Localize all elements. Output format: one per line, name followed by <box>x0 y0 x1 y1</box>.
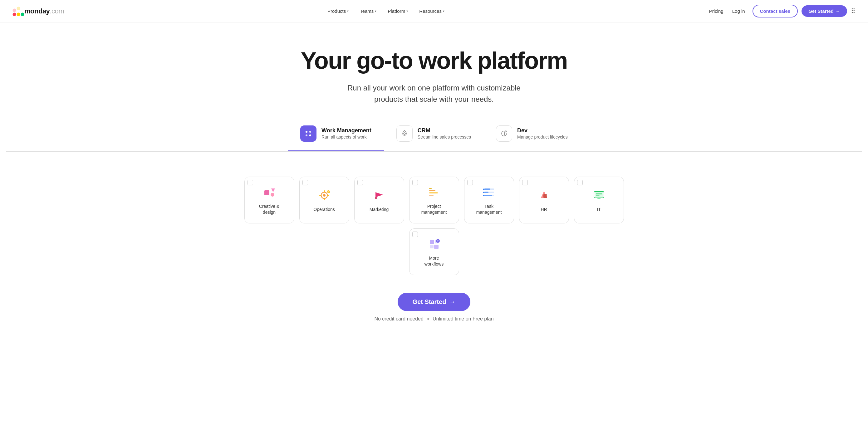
cta-section: Get Started → No credit card needed ✦ Un… <box>0 290 868 335</box>
cta-note: No credit card needed ✦ Unlimited time o… <box>6 316 862 322</box>
card-operations-checkbox[interactable] <box>303 180 308 185</box>
svg-point-0 <box>13 12 16 16</box>
nav-teams[interactable]: Teams ▾ <box>355 6 381 16</box>
nav-resources[interactable]: Resources ▾ <box>415 6 449 16</box>
nav-login[interactable]: Log in <box>728 6 749 16</box>
card-it-label: IT <box>597 207 600 212</box>
logo[interactable]: monday.com <box>12 5 64 17</box>
nav-pricing[interactable]: Pricing <box>708 6 725 16</box>
get-started-nav-button[interactable]: Get Started → <box>802 5 847 17</box>
card-it-wrap: IT <box>574 177 624 223</box>
tab-work-management[interactable]: Work Management Run all aspects of work <box>288 120 384 151</box>
cta-unlimited-time: Unlimited time on Free plan <box>433 316 494 322</box>
card-creative-checkbox[interactable] <box>248 180 253 185</box>
svg-rect-11 <box>306 134 307 136</box>
creative-design-icon <box>262 185 277 200</box>
tab-dev-icon-wrap <box>496 125 512 142</box>
svg-rect-33 <box>484 192 489 193</box>
card-operations-label: Operations <box>313 207 335 212</box>
hr-icon <box>536 188 552 203</box>
navbar: monday.com Products ▾ Teams ▾ Platform ▾… <box>0 0 868 23</box>
cta-no-credit-card: No credit card needed <box>374 316 423 322</box>
card-hr-checkbox[interactable] <box>522 180 528 185</box>
more-workflows-icon <box>427 237 442 251</box>
card-marketing-checkbox[interactable] <box>358 180 363 185</box>
svg-rect-46 <box>430 240 434 244</box>
it-icon <box>591 188 607 203</box>
svg-point-36 <box>483 189 484 190</box>
svg-rect-22 <box>328 195 329 196</box>
svg-rect-16 <box>271 193 274 196</box>
svg-rect-31 <box>484 188 490 190</box>
dev-icon <box>500 129 508 138</box>
svg-rect-35 <box>484 195 492 196</box>
tabs-list: Work Management Run all aspects of work … <box>288 120 580 151</box>
svg-rect-21 <box>319 195 321 196</box>
tab-crm-subtitle: Streamline sales processes <box>417 134 471 140</box>
svg-marker-15 <box>271 188 275 192</box>
svg-rect-19 <box>324 190 325 192</box>
svg-marker-24 <box>375 192 383 197</box>
arrow-right-icon: → <box>836 8 840 14</box>
svg-rect-29 <box>429 188 432 189</box>
svg-rect-20 <box>324 198 325 200</box>
tab-divider <box>6 151 862 152</box>
svg-rect-49 <box>434 245 438 249</box>
svg-rect-40 <box>544 194 547 198</box>
svg-point-1 <box>17 12 20 16</box>
hero-section: Your go-to work platform Run all your wo… <box>0 23 868 177</box>
logo-text: monday.com <box>24 7 64 15</box>
get-started-main-button[interactable]: Get Started → <box>398 293 471 311</box>
svg-point-18 <box>323 194 326 196</box>
card-creative-design-wrap: Creative &design <box>244 177 294 223</box>
tab-dev[interactable]: Dev Manage product lifecycles <box>484 120 580 151</box>
card-more-wrap: Moreworkflows <box>409 228 459 275</box>
project-management-icon <box>427 185 442 200</box>
work-management-icon <box>304 129 313 138</box>
svg-rect-9 <box>306 131 307 133</box>
card-more-workflows-label: Moreworkflows <box>425 255 443 267</box>
tab-work-management-title: Work Management <box>321 127 371 134</box>
svg-point-2 <box>21 12 24 16</box>
chevron-down-icon: ▾ <box>347 9 349 13</box>
nav-products[interactable]: Products ▾ <box>323 6 353 16</box>
card-creative-design-label: Creative &design <box>259 204 279 215</box>
card-project-checkbox[interactable] <box>412 180 418 185</box>
task-management-icon <box>482 185 497 200</box>
svg-rect-27 <box>429 192 438 193</box>
contact-sales-button[interactable]: Contact sales <box>752 5 798 18</box>
svg-rect-48 <box>430 245 434 248</box>
svg-point-3 <box>13 8 16 12</box>
nav-links: Products ▾ Teams ▾ Platform ▾ Resources … <box>323 6 449 16</box>
grid-icon[interactable]: ⠿ <box>851 7 856 15</box>
card-operations-wrap: Operations <box>299 177 349 223</box>
card-project-wrap: Projectmanagement <box>409 177 459 223</box>
hero-title: Your go-to work platform <box>6 48 862 74</box>
chevron-down-icon: ▾ <box>443 9 444 13</box>
card-hr-label: HR <box>540 207 547 212</box>
nav-platform[interactable]: Platform ▾ <box>383 6 412 16</box>
svg-rect-14 <box>265 190 269 195</box>
card-task-checkbox[interactable] <box>467 180 473 185</box>
card-project-label: Projectmanagement <box>421 204 447 215</box>
svg-rect-28 <box>429 195 434 196</box>
tab-crm[interactable]: CRM Streamline sales processes <box>384 120 484 151</box>
product-tabs: Work Management Run all aspects of work … <box>6 120 862 151</box>
card-marketing-label: Marketing <box>370 207 389 212</box>
tab-dev-title: Dev <box>517 127 568 134</box>
cta-separator: ✦ <box>426 316 430 322</box>
svg-rect-25 <box>375 197 377 199</box>
card-it-checkbox[interactable] <box>577 180 583 185</box>
card-more-checkbox[interactable] <box>412 232 418 237</box>
svg-point-38 <box>483 195 484 196</box>
logo-icon <box>12 5 24 17</box>
tab-crm-icon-wrap <box>396 125 413 142</box>
svg-rect-12 <box>309 134 311 136</box>
chevron-down-icon: ▾ <box>375 9 376 13</box>
svg-rect-10 <box>309 131 311 133</box>
svg-rect-44 <box>596 195 599 196</box>
svg-rect-43 <box>596 193 602 194</box>
svg-point-37 <box>483 192 484 193</box>
hero-subtitle: Run all your work on one platform with c… <box>6 82 862 105</box>
card-task-label: Taskmanagement <box>476 204 502 215</box>
